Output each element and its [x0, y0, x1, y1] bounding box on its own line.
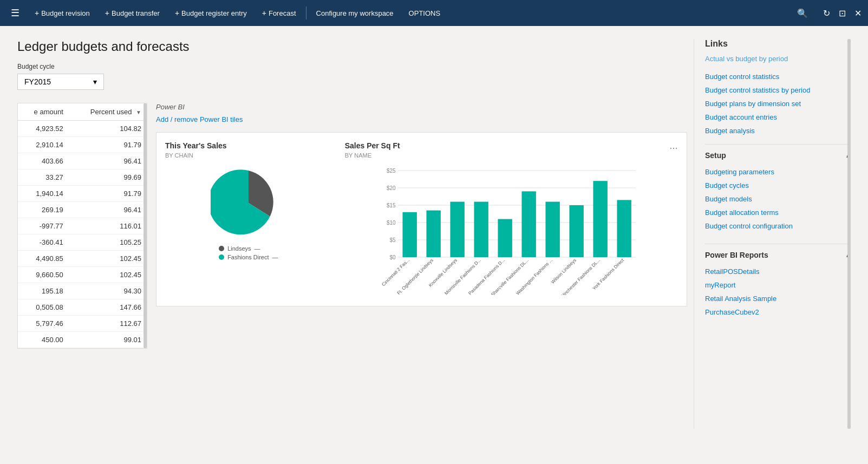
close-button[interactable]: ✕ — [852, 6, 864, 21]
bar-rect[interactable] — [426, 211, 440, 257]
svg-text:$15: $15 — [387, 202, 396, 208]
setup-link[interactable]: Budget allocation terms — [705, 206, 851, 219]
cell-percent: 104.82 — [69, 121, 147, 137]
bar-rect[interactable] — [593, 181, 607, 257]
cell-amount: 450.00 — [18, 332, 69, 348]
setup-links: Budgeting parametersBudget cyclesBudget … — [705, 165, 851, 233]
cell-percent: 102.45 — [69, 251, 147, 267]
table-row[interactable]: 450.0099.01 — [18, 332, 147, 348]
legend-dash-fashions: — — [272, 254, 278, 260]
table-row[interactable]: 269.1996.41 — [18, 202, 147, 218]
cell-amount: 1,940.14 — [18, 186, 69, 202]
bar-rect[interactable] — [617, 200, 631, 257]
budget-cycle-select[interactable]: FY2015 ▾ — [17, 74, 104, 90]
main-links: Budget control statisticsBudget control … — [705, 70, 851, 138]
svg-text:$5: $5 — [389, 237, 396, 243]
svg-text:$20: $20 — [387, 185, 396, 191]
resize-button[interactable]: ⊡ — [837, 6, 848, 21]
svg-text:Wilson Lindseys: Wilson Lindseys — [550, 257, 577, 285]
cell-percent: 96.41 — [69, 153, 147, 169]
sidebar-scrollbar[interactable] — [847, 39, 851, 429]
filter-icon[interactable]: ▼ — [136, 109, 141, 115]
refresh-button[interactable]: ↻ — [821, 6, 832, 21]
cell-percent: 116.01 — [69, 218, 147, 234]
bar-rect[interactable] — [521, 191, 536, 257]
chart-more-button[interactable]: … — [669, 141, 678, 151]
table-row[interactable]: 4,923.52104.82 — [18, 121, 147, 137]
bar-rect[interactable] — [402, 212, 416, 257]
sidebar-link[interactable]: Budget plans by dimension set — [705, 97, 851, 110]
search-button[interactable]: 🔍 — [791, 8, 814, 18]
setup-link[interactable]: Budget cycles — [705, 179, 851, 192]
sidebar-link[interactable]: Budget analysis — [705, 124, 851, 138]
plus-icon: + — [35, 9, 39, 17]
sidebar-link[interactable]: Budget control statistics by period — [705, 83, 851, 97]
plus-icon: + — [262, 9, 266, 17]
cell-amount: 2,910.14 — [18, 137, 69, 153]
divider-powerbi — [705, 244, 851, 244]
cell-amount: 195.18 — [18, 283, 69, 299]
powerbi-reports-title: Power BI Reports ∧ — [705, 251, 851, 259]
bar-chart-subtitle: BY NAME — [345, 152, 678, 159]
cell-percent: 96.41 — [69, 202, 147, 218]
powerbi-report-link[interactable]: myReport — [705, 278, 851, 292]
powerbi-label: Power BI — [156, 103, 687, 111]
charts-row: This Year's Sales BY CHAIN — [156, 132, 687, 306]
powerbi-report-link[interactable]: PurchaseCubev2 — [705, 305, 851, 319]
table-row[interactable]: 0,505.08147.66 — [18, 299, 147, 316]
table-row[interactable]: -360.41105.25 — [18, 234, 147, 251]
nav-separator — [306, 6, 306, 19]
setup-link[interactable]: Budget models — [705, 192, 851, 206]
bar-rect[interactable] — [450, 202, 464, 257]
setup-link[interactable]: Budget control configuration — [705, 219, 851, 233]
powerbi-report-link[interactable]: Retail Analysis Sample — [705, 292, 851, 305]
bar-rect[interactable] — [474, 202, 488, 257]
cell-amount: 4,490.85 — [18, 251, 69, 267]
cell-percent: 147.66 — [69, 299, 147, 316]
setup-link[interactable]: Budgeting parameters — [705, 165, 851, 179]
budget-revision-button[interactable]: + Budget revision — [28, 0, 96, 26]
cell-amount: 403.66 — [18, 153, 69, 169]
options-button[interactable]: OPTIONS — [402, 0, 447, 26]
powerbi-report-link[interactable]: RetailPOSDetails — [705, 265, 851, 278]
legend-item-lindseys: Lindseys — — [219, 245, 278, 252]
table-row[interactable]: 5,797.46112.67 — [18, 316, 147, 332]
budget-cycle-value: FY2015 — [24, 77, 51, 86]
legend-item-fashions: Fashions Direct — — [219, 254, 278, 260]
bar-rect[interactable] — [498, 219, 512, 257]
add-remove-tiles-link[interactable]: Add / remove Power BI tiles — [156, 115, 243, 123]
legend-label-fashions: Fashions Direct — [227, 254, 269, 260]
budget-cycle-label: Budget cycle — [17, 63, 687, 70]
table-row[interactable]: 9,660.50102.45 — [18, 267, 147, 283]
bar-chart-box: Sales Per Sq Ft BY NAME … $25$20$15$10$5… — [345, 141, 678, 297]
cell-percent: 112.67 — [69, 316, 147, 332]
legend-dot-fashions — [219, 254, 224, 260]
budget-transfer-button[interactable]: + Budget transfer — [99, 0, 166, 26]
pie-chart-container: Lindseys — Fashions Direct — — [165, 165, 332, 263]
table-row[interactable]: 1,940.1491.79 — [18, 186, 147, 202]
table-row[interactable]: 33.2799.69 — [18, 169, 147, 186]
table-row[interactable]: 403.6696.41 — [18, 153, 147, 169]
table-row[interactable]: 2,910.1491.79 — [18, 137, 147, 153]
cell-amount: 269.19 — [18, 202, 69, 218]
table-row[interactable]: -997.77116.01 — [18, 218, 147, 234]
hamburger-menu[interactable]: ☰ — [4, 0, 26, 26]
content-body: e amount Percent used ▼ 4,923.52104.822,… — [17, 103, 687, 349]
actual-vs-budget-link[interactable]: Actual vs budget by period — [705, 52, 851, 66]
configure-workspace-button[interactable]: Configure my workspace — [310, 0, 400, 26]
plus-icon: + — [175, 9, 179, 17]
bar-rect[interactable] — [569, 205, 583, 257]
pie-chart-title: This Year's Sales — [165, 141, 332, 150]
table-row[interactable]: 195.1894.30 — [18, 283, 147, 299]
bar-rect[interactable] — [545, 202, 559, 257]
bar-chart-title: Sales Per Sq Ft — [345, 141, 678, 150]
hamburger-icon: ☰ — [11, 7, 19, 19]
budget-register-entry-button[interactable]: + Budget register entry — [168, 0, 253, 26]
sidebar-link[interactable]: Budget account entries — [705, 110, 851, 124]
topbar: ☰ + Budget revision + Budget transfer + … — [0, 0, 868, 26]
scrollbar[interactable] — [143, 103, 147, 348]
forecast-button[interactable]: + Forecast — [256, 0, 303, 26]
cell-amount: 0,505.08 — [18, 299, 69, 316]
sidebar-link[interactable]: Budget control statistics — [705, 70, 851, 83]
table-row[interactable]: 4,490.85102.45 — [18, 251, 147, 267]
